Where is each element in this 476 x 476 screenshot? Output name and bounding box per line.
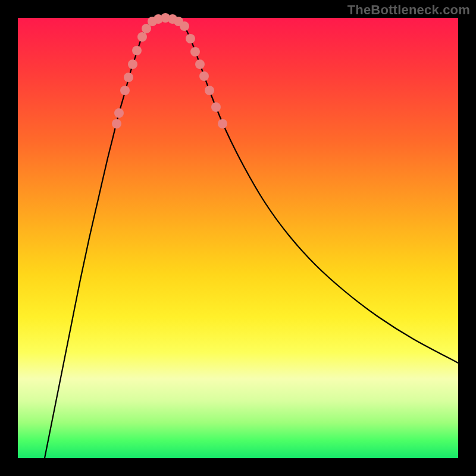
- data-marker: [199, 71, 209, 81]
- data-marker: [132, 46, 142, 55]
- curve-overlay: [18, 18, 458, 458]
- curve-path: [45, 18, 458, 458]
- data-marker: [120, 86, 130, 95]
- data-marker: [114, 108, 124, 118]
- chart-canvas: TheBottleneck.com: [0, 0, 476, 476]
- markers-group: [112, 13, 227, 129]
- data-marker: [211, 102, 221, 112]
- watermark-text: TheBottleneck.com: [347, 2, 470, 18]
- data-marker: [218, 119, 227, 129]
- data-marker: [180, 21, 189, 31]
- data-marker: [190, 47, 200, 57]
- data-marker: [137, 32, 147, 42]
- data-marker: [124, 73, 133, 82]
- data-marker: [112, 119, 121, 129]
- plot-area: [18, 18, 458, 458]
- data-marker: [128, 60, 137, 69]
- data-marker: [205, 86, 214, 95]
- data-marker: [186, 34, 195, 43]
- data-marker: [195, 60, 205, 69]
